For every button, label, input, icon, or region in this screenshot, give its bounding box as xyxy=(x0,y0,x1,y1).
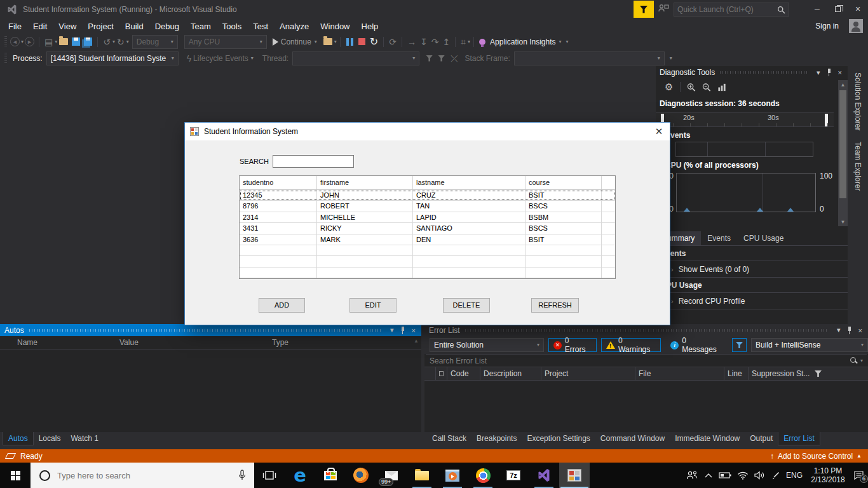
add-button[interactable]: ADD xyxy=(259,298,305,313)
students-data-grid[interactable]: studentno firstname lastname course 1234… xyxy=(239,175,616,279)
chevron-down-icon[interactable]: ▾ xyxy=(860,358,863,363)
col-project[interactable]: Project xyxy=(541,367,635,380)
step-over-icon[interactable]: ↷ xyxy=(430,37,441,46)
cell[interactable]: BSCS xyxy=(526,201,602,211)
microphone-icon[interactable] xyxy=(238,470,247,481)
taskbar-search-input[interactable] xyxy=(57,471,238,480)
refresh-button[interactable]: REFRESH xyxy=(531,298,579,313)
menu-debug[interactable]: Debug xyxy=(149,20,185,32)
suspend-threads-icon[interactable]: ⤫ xyxy=(449,54,459,63)
record-cpu-profile-link[interactable]: ›Record CPU Profile xyxy=(656,293,848,309)
col-file[interactable]: File xyxy=(635,367,724,380)
error-list-search-box[interactable]: Search Error List ▾ xyxy=(426,354,867,367)
search-icon[interactable] xyxy=(850,356,858,365)
window-position-icon[interactable]: ▾ xyxy=(813,69,824,77)
delete-button[interactable]: DELETE xyxy=(443,298,490,313)
taskbar-student-app[interactable] xyxy=(559,463,590,488)
refresh-app-icon[interactable]: ⟳ xyxy=(387,37,398,46)
menu-project[interactable]: Project xyxy=(82,20,119,32)
window-position-icon[interactable]: ▾ xyxy=(387,326,397,334)
menu-view[interactable]: View xyxy=(53,20,82,32)
tab-locals[interactable]: Locals xyxy=(34,432,66,445)
tab-watch-1[interactable]: Watch 1 xyxy=(65,432,104,445)
tab-call-stack[interactable]: Call Stack xyxy=(427,432,471,445)
scope-dropdown[interactable]: Entire Solution▾ xyxy=(430,338,544,352)
action-center-button[interactable]: 6 xyxy=(853,470,864,480)
taskbar-7zip[interactable]: 7z xyxy=(498,463,529,488)
redo-dropdown-icon[interactable]: ▾ xyxy=(126,39,129,44)
process-dropdown[interactable]: [14436] Student Information Syste▾ xyxy=(46,51,179,65)
timeline-ruler[interactable]: 20s 30s xyxy=(656,112,834,127)
flag-threads-icon[interactable] xyxy=(438,55,445,62)
menu-build[interactable]: Build xyxy=(119,20,149,32)
taskbar-search-box[interactable] xyxy=(31,463,254,488)
tab-solution-explorer[interactable]: Solution Explorer xyxy=(853,72,862,130)
edit-button[interactable]: EDIT xyxy=(349,298,397,313)
cell[interactable]: MARK xyxy=(317,234,413,245)
menu-edit[interactable]: Edit xyxy=(27,20,53,32)
quick-launch-input[interactable] xyxy=(677,5,777,14)
continue-dropdown-icon[interactable]: ▾ xyxy=(315,39,317,44)
cell[interactable]: ROBERT xyxy=(317,201,413,211)
taskbar-movies[interactable] xyxy=(437,463,468,488)
menu-window[interactable]: Window xyxy=(315,20,355,32)
zoom-in-icon[interactable] xyxy=(686,83,696,92)
settings-gear-icon[interactable]: ⚙ xyxy=(661,81,677,93)
cpu-chart-plot[interactable] xyxy=(676,173,816,212)
close-button[interactable]: × xyxy=(848,0,868,18)
cell[interactable]: BSIT xyxy=(526,190,602,200)
cell[interactable]: 3431 xyxy=(240,223,317,233)
menu-analyze[interactable]: Analyze xyxy=(274,20,315,32)
col-studentno[interactable]: studentno xyxy=(240,176,317,189)
new-dropdown-icon[interactable]: ▾ xyxy=(55,39,57,44)
toolbar-overflow-icon[interactable]: ▾ xyxy=(670,56,672,61)
cell[interactable]: MICHELLE xyxy=(317,212,413,222)
stop-debugging-icon[interactable] xyxy=(358,38,365,45)
language-indicator[interactable]: ENG xyxy=(786,471,803,480)
scroll-down-icon[interactable]: ▼ xyxy=(838,217,848,226)
window-position-icon[interactable]: ▾ xyxy=(834,326,844,334)
solution-config-dropdown[interactable]: Debug▾ xyxy=(132,35,178,49)
app-close-button[interactable]: ✕ xyxy=(648,126,670,137)
cell[interactable]: RICKY xyxy=(317,223,413,233)
toolbar-overflow-icon[interactable]: ▾ xyxy=(468,39,470,44)
filter-button[interactable] xyxy=(732,338,747,352)
send-feedback-icon[interactable] xyxy=(658,3,669,13)
cell[interactable]: 3636 xyxy=(240,234,317,245)
range-handle-right[interactable] xyxy=(825,114,828,126)
people-icon[interactable] xyxy=(686,470,698,480)
diagnostics-scrollbar[interactable]: ▲ ▼ xyxy=(838,80,848,226)
cell[interactable]: BSCS xyxy=(526,223,602,233)
open-file-icon[interactable] xyxy=(59,38,68,45)
taskbar-visual-studio[interactable] xyxy=(529,463,559,488)
provider-dropdown[interactable]: Build + IntelliSense▾ xyxy=(751,338,868,352)
app-search-input[interactable] xyxy=(273,155,354,168)
column-filter-icon[interactable] xyxy=(815,370,822,377)
scrollbar-thumb[interactable] xyxy=(839,90,846,198)
table-row[interactable]: 3636 MARK DEN BSIT xyxy=(240,234,615,245)
tab-command-window[interactable]: Command Window xyxy=(595,432,670,445)
step-out-icon[interactable]: ↥ xyxy=(440,37,452,46)
menu-tools[interactable]: Tools xyxy=(217,20,247,32)
chevron-down-icon[interactable]: ▾ xyxy=(559,39,562,44)
cell[interactable]: BSBM xyxy=(526,212,602,222)
continue-play-icon[interactable] xyxy=(273,38,278,46)
close-icon[interactable]: × xyxy=(855,327,865,334)
show-events-link[interactable]: ›Show Events (0 of 0) xyxy=(656,261,848,278)
continue-label[interactable]: Continue xyxy=(281,37,311,46)
col-course[interactable]: course xyxy=(526,176,602,189)
app-title-bar[interactable]: Student Information System ✕ xyxy=(185,123,670,140)
toolbar-overflow-icon[interactable]: ▾ xyxy=(334,39,337,44)
table-row[interactable]: 12345 JOHN CRUZ BSIT xyxy=(240,190,615,201)
sign-in-link[interactable]: Sign in xyxy=(815,22,839,30)
show-next-statement-icon[interactable]: → xyxy=(405,37,418,46)
cell[interactable]: CRUZ xyxy=(413,190,526,200)
taskbar-file-explorer[interactable] xyxy=(407,463,437,488)
cell[interactable]: LAPID xyxy=(413,212,526,222)
menu-test[interactable]: Test xyxy=(247,20,274,32)
col-line[interactable]: Line xyxy=(724,367,749,380)
navigate-forward-icon[interactable]: ► xyxy=(25,37,34,46)
tab-output[interactable]: Output xyxy=(745,432,778,445)
application-insights-icon[interactable] xyxy=(479,39,485,45)
pin-icon[interactable] xyxy=(847,327,852,334)
